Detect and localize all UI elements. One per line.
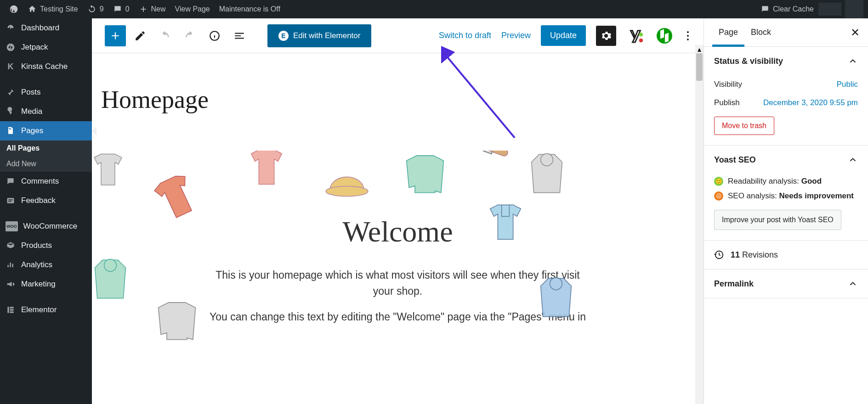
clear-cache-link[interactable]: Clear Cache — [756, 0, 818, 18]
site-name-link[interactable]: Testing Site — [23, 0, 83, 18]
elementor-badge-icon: E — [278, 31, 289, 41]
chevron-up-icon — [848, 155, 858, 165]
sidebar-item-media[interactable]: Media — [0, 102, 92, 121]
permalink-toggle[interactable]: Permalink — [704, 269, 868, 298]
sidebar-item-elementor[interactable]: Elementor — [0, 300, 92, 320]
switch-to-draft-link[interactable]: Switch to draft — [439, 31, 491, 40]
jetpack-button[interactable] — [657, 28, 672, 44]
revisions-link[interactable]: 11 Revisions — [704, 241, 868, 269]
new-label: New — [151, 5, 166, 13]
permalink-panel: Permalink — [704, 269, 868, 298]
hoodie-gray-icon — [524, 151, 570, 196]
submenu-all-pages[interactable]: All Pages — [0, 140, 92, 156]
wp-logo[interactable] — [5, 0, 23, 18]
hero-heading[interactable]: Welcome — [110, 215, 685, 249]
improve-yoast-button[interactable]: Improve your post with Yoast SEO — [714, 210, 841, 230]
comments-count: 0 — [125, 5, 130, 13]
chevron-up-icon — [848, 56, 858, 66]
svg-rect-12 — [470, 151, 509, 157]
status-visibility-toggle[interactable]: Status & visibility — [704, 47, 868, 75]
sidebar-item-posts[interactable]: Posts — [0, 83, 92, 102]
view-page-link[interactable]: View Page — [170, 0, 215, 18]
tab-block[interactable]: Block — [744, 18, 777, 46]
sidebar-item-feedback[interactable]: Feedback — [0, 191, 92, 210]
yoast-panel-toggle[interactable]: Yoast SEO — [704, 146, 868, 174]
smiley-good-icon: 🙂 — [714, 177, 723, 186]
updates-link[interactable]: 9 — [83, 0, 108, 18]
redo-button[interactable] — [179, 25, 200, 46]
sweater-green-icon — [400, 151, 450, 201]
hoodie-green-icon — [92, 256, 133, 302]
admin-bar-placeholder-1 — [818, 3, 841, 16]
page-title[interactable]: Homepage — [101, 85, 694, 114]
outline-button[interactable] — [229, 25, 250, 46]
move-to-trash-button[interactable]: Move to trash — [714, 117, 774, 135]
svg-rect-1 — [7, 198, 14, 203]
svg-point-11 — [326, 186, 368, 196]
info-button[interactable] — [204, 25, 225, 46]
elementor-icon — [6, 305, 16, 315]
dashboard-icon — [6, 23, 16, 33]
updates-count: 9 — [100, 5, 104, 13]
comment-icon — [113, 5, 122, 14]
kinsta-icon: K — [6, 62, 16, 72]
submenu-add-new[interactable]: Add New — [0, 156, 92, 172]
publish-label: Publish — [714, 98, 740, 107]
gear-icon — [601, 30, 612, 41]
svg-point-0 — [7, 44, 15, 51]
pages-icon — [6, 126, 16, 136]
sidebar-item-analytics[interactable]: Analytics — [0, 255, 92, 275]
readability-row[interactable]: 🙂 Readability analysis: Good — [714, 174, 858, 189]
sidebar-item-dashboard[interactable]: Dashboard — [0, 18, 92, 38]
canvas-scrollbar[interactable]: ▴ — [695, 53, 703, 404]
maintenance-link[interactable]: Maintenance is Off — [215, 0, 285, 18]
update-button[interactable]: Update — [541, 25, 586, 46]
seo-row[interactable]: ☹ SEO analysis: Needs improvement — [714, 189, 858, 203]
sidebar-item-comments[interactable]: Comments — [0, 172, 92, 191]
comments-icon — [6, 176, 16, 186]
woocommerce-icon: WOO — [6, 221, 18, 231]
new-link[interactable]: New — [134, 0, 170, 18]
more-options-button[interactable] — [682, 27, 693, 45]
svg-rect-3 — [10, 307, 13, 308]
admin-bar-placeholder-2 — [845, 0, 863, 18]
hero-paragraph-1[interactable]: This is your homepage which is what most… — [210, 267, 586, 299]
svg-point-8 — [639, 32, 643, 36]
settings-button[interactable] — [596, 26, 616, 46]
comments-link[interactable]: 0 — [108, 0, 134, 18]
yoast-button[interactable] — [626, 26, 647, 46]
editor-main: E Edit with Elementor Switch to draft Pr… — [92, 18, 868, 404]
editor-canvas[interactable]: Homepage Welcome T — [92, 53, 703, 404]
sidebar-item-kinsta-cache[interactable]: K Kinsta Cache — [0, 57, 92, 76]
hoodie-blue-icon — [533, 275, 579, 320]
comment-alt-icon — [760, 5, 770, 14]
jetpack-icon — [6, 42, 16, 52]
sidebar-item-jetpack[interactable]: Jetpack — [0, 38, 92, 57]
hero-paragraph-2[interactable]: You can change this text by editing the … — [210, 309, 586, 325]
revisions-panel: 11 Revisions — [704, 241, 868, 269]
yoast-icon — [629, 28, 644, 44]
scrollbar-up-icon[interactable]: ▴ — [695, 45, 703, 53]
preview-link[interactable]: Preview — [501, 31, 531, 40]
visibility-value[interactable]: Public — [837, 80, 858, 89]
tab-page[interactable]: Page — [712, 18, 744, 46]
publish-value[interactable]: December 3, 2020 9:55 pm — [763, 98, 858, 107]
undo-button[interactable] — [154, 25, 176, 46]
status-visibility-panel: Status & visibility Visibility Public Pu… — [704, 47, 868, 146]
site-name-text: Testing Site — [40, 5, 78, 13]
edit-with-elementor-button[interactable]: E Edit with Elementor — [267, 24, 371, 47]
hero-block: Welcome This is your homepage which is w… — [92, 151, 703, 380]
history-icon — [714, 250, 724, 260]
svg-rect-4 — [10, 309, 13, 310]
sidebar-item-marketing[interactable]: Marketing — [0, 275, 92, 294]
chevron-up-icon — [848, 279, 858, 289]
sidebar-item-products[interactable]: Products — [0, 236, 92, 255]
jacket-gray-icon — [152, 297, 202, 348]
sidebar-item-pages[interactable]: Pages — [0, 121, 92, 140]
svg-point-16 — [550, 278, 562, 290]
scrollbar-thumb[interactable] — [696, 53, 703, 81]
edit-mode-button[interactable] — [130, 25, 151, 46]
sidebar-item-woocommerce[interactable]: WOO WooCommerce — [0, 217, 92, 236]
close-inspector-button[interactable]: ✕ — [851, 26, 860, 39]
add-block-button[interactable] — [105, 25, 126, 46]
